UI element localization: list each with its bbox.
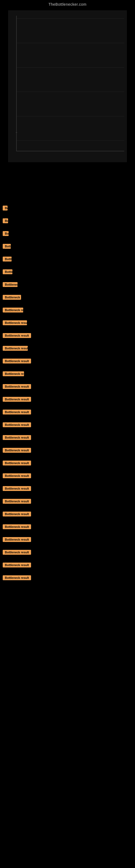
results-list: Bottleneck result Bottleneck result Bott… bbox=[0, 173, 135, 584]
result-badge: Bottleneck result bbox=[3, 435, 31, 440]
section-break bbox=[3, 454, 132, 461]
list-item: Bottleneck result bbox=[3, 486, 132, 491]
section-break bbox=[3, 428, 132, 435]
result-badge: Bottleneck result bbox=[3, 563, 31, 567]
y-axis bbox=[16, 16, 17, 151]
result-badge: Bottleneck result bbox=[3, 269, 12, 274]
site-header: TheBottlenecker.com bbox=[0, 0, 135, 8]
section-break bbox=[3, 212, 132, 218]
section-break bbox=[3, 352, 132, 359]
list-item: Bottleneck result bbox=[3, 346, 132, 351]
section-break bbox=[3, 505, 132, 512]
section-break bbox=[3, 492, 132, 499]
section-break bbox=[3, 530, 132, 537]
result-badge: Bottleneck result bbox=[3, 206, 8, 211]
result-badge: Bottleneck result bbox=[3, 512, 31, 517]
list-item: Bottleneck result bbox=[3, 537, 132, 542]
list-item: Bottleneck result bbox=[3, 231, 132, 236]
section-break bbox=[3, 415, 132, 422]
section-break bbox=[3, 377, 132, 384]
section-break bbox=[3, 288, 132, 295]
list-item: Bottleneck result bbox=[3, 333, 132, 338]
list-item: Bottleneck result bbox=[3, 206, 132, 211]
list-item: Bottleneck result bbox=[3, 269, 132, 274]
list-item: Bottleneck result bbox=[3, 575, 132, 580]
section-break bbox=[3, 365, 132, 371]
section-break bbox=[3, 339, 132, 346]
list-item: Bottleneck result bbox=[3, 295, 132, 300]
list-item: Bottleneck result bbox=[3, 524, 132, 529]
result-badge: Bottleneck result bbox=[3, 524, 31, 529]
list-item: Bottleneck result bbox=[3, 282, 132, 287]
result-badge: Bottleneck result bbox=[3, 308, 23, 312]
section-break bbox=[3, 326, 132, 333]
page-wrapper: TheBottlenecker.com Bottleneck result bbox=[0, 0, 135, 584]
list-item: Bottleneck result bbox=[3, 473, 132, 478]
x-axis bbox=[16, 151, 124, 151]
result-badge: Bottleneck result bbox=[3, 333, 31, 338]
result-badge: Bottleneck result bbox=[3, 282, 17, 287]
result-badge: Bottleneck result bbox=[3, 346, 28, 351]
result-badge: Bottleneck result bbox=[3, 231, 9, 236]
list-item: Bottleneck result bbox=[3, 371, 132, 376]
list-item: Bottleneck result bbox=[3, 244, 132, 249]
list-item: Bottleneck result bbox=[3, 422, 132, 427]
list-item: Bottleneck result bbox=[3, 320, 132, 325]
section-break bbox=[3, 518, 132, 524]
result-badge: Bottleneck result bbox=[3, 537, 31, 542]
list-item: Bottleneck result bbox=[3, 359, 132, 364]
section-break bbox=[3, 479, 132, 486]
result-badge: Bottleneck result bbox=[3, 550, 31, 555]
section-break bbox=[3, 543, 132, 550]
chart-area bbox=[0, 10, 135, 173]
result-badge: Bottleneck result bbox=[3, 218, 8, 223]
result-badge: Bottleneck result bbox=[3, 486, 31, 491]
result-badge: Bottleneck result bbox=[3, 575, 31, 580]
chart-inner bbox=[8, 10, 127, 162]
result-badge: Bottleneck result bbox=[3, 410, 31, 414]
result-badge: Bottleneck result bbox=[3, 244, 11, 249]
section-break bbox=[3, 237, 132, 244]
result-badge: Bottleneck result bbox=[3, 371, 24, 376]
section-break bbox=[3, 224, 132, 231]
section-break bbox=[3, 250, 132, 257]
result-badge: Bottleneck result bbox=[3, 448, 31, 453]
site-title: TheBottlenecker.com bbox=[0, 0, 135, 8]
list-item: Bottleneck result bbox=[3, 448, 132, 453]
section-break bbox=[3, 275, 132, 282]
list-item: Bottleneck result bbox=[3, 435, 132, 440]
spacer-top bbox=[3, 179, 132, 206]
section-break bbox=[3, 390, 132, 397]
list-item: Bottleneck result bbox=[3, 499, 132, 504]
section-break bbox=[3, 403, 132, 410]
list-item: Bottleneck result bbox=[3, 563, 132, 567]
list-item: Bottleneck result bbox=[3, 308, 132, 312]
result-badge: Bottleneck result bbox=[3, 257, 12, 261]
list-item: Bottleneck result bbox=[3, 512, 132, 517]
result-badge: Bottleneck result bbox=[3, 461, 31, 465]
result-badge: Bottleneck result bbox=[3, 359, 31, 364]
section-break bbox=[3, 301, 132, 308]
result-badge: Bottleneck result bbox=[3, 499, 31, 504]
list-item: Bottleneck result bbox=[3, 550, 132, 555]
result-badge: Bottleneck result bbox=[3, 384, 31, 389]
section-break bbox=[3, 556, 132, 563]
section-break bbox=[3, 467, 132, 473]
list-item: Bottleneck result bbox=[3, 397, 132, 402]
list-item: Bottleneck result bbox=[3, 461, 132, 465]
list-item: Bottleneck result bbox=[3, 384, 132, 389]
list-item: Bottleneck result bbox=[3, 410, 132, 414]
result-badge: Bottleneck result bbox=[3, 422, 31, 427]
section-break bbox=[3, 568, 132, 575]
result-badge: Bottleneck result bbox=[3, 473, 31, 478]
result-badge: Bottleneck result bbox=[3, 320, 27, 325]
section-break bbox=[3, 314, 132, 320]
result-badge: Bottleneck result bbox=[3, 295, 21, 300]
section-break bbox=[3, 441, 132, 448]
section-break bbox=[3, 262, 132, 269]
list-item: Bottleneck result bbox=[3, 218, 132, 223]
result-badge: Bottleneck result bbox=[3, 397, 31, 402]
list-item: Bottleneck result bbox=[3, 257, 132, 261]
